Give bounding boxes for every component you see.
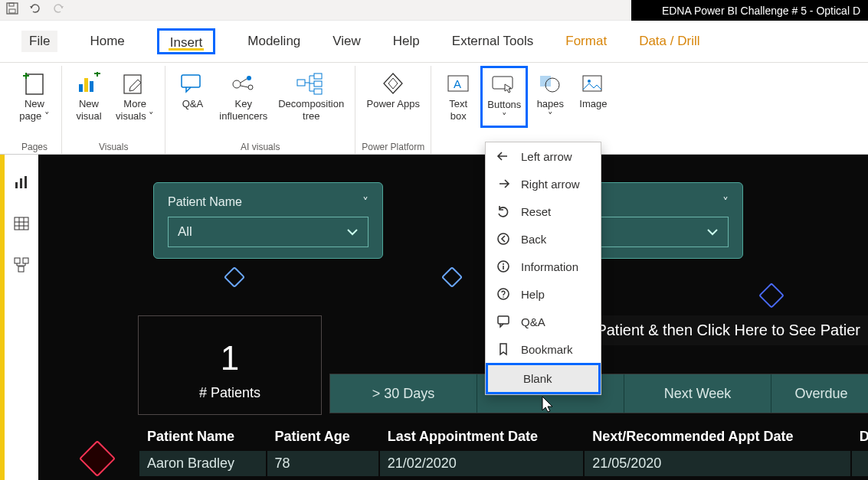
svg-rect-0 [7,3,18,14]
chart-icon [76,69,102,98]
model-view-icon[interactable] [14,257,29,276]
svg-point-11 [248,85,253,90]
svg-rect-14 [314,81,322,87]
svg-point-9 [233,80,241,88]
svg-rect-24 [20,178,22,188]
svg-rect-23 [15,182,18,188]
tab-data-drill[interactable]: Data / Drill [639,34,699,49]
tab-home[interactable]: Home [90,34,124,49]
more-visuals-button[interactable]: More visuals ˅ [111,66,159,123]
tab-view[interactable]: View [332,34,361,49]
dd-information[interactable]: Information [486,253,601,280]
help-icon [496,287,510,301]
svg-rect-27 [15,258,20,263]
svg-rect-28 [23,258,28,263]
dd-back[interactable]: Back [486,225,601,253]
patient-name-slicer[interactable]: Patient Name ˅ All [153,182,383,259]
report-canvas[interactable]: Patient Name ˅ All p ˅ 1 # Patients > 30… [38,155,868,480]
tree-icon [296,69,326,98]
dd-reset[interactable]: Reset [486,198,601,225]
svg-rect-1 [9,9,15,13]
nodes-icon [231,69,257,98]
tab-file[interactable]: File [21,31,57,52]
buttons-button[interactable]: Buttons ˅ [480,66,528,128]
textbox-icon: A [447,69,470,98]
dd-right-arrow[interactable]: Right arrow [486,170,601,198]
svg-point-10 [247,76,251,80]
ribbon-tabs: File Home Insert Modeling View Help Exte… [0,21,868,63]
redo-icon[interactable] [52,2,64,18]
buttons-dropdown: Left arrow Right arrow Reset Back Inform… [485,142,601,395]
table-header-row: Patient Name Patient Age Last Appointmen… [139,424,868,449]
svg-rect-3 [26,74,43,94]
power-apps-button[interactable]: Power Apps [362,66,424,110]
dd-left-arrow[interactable]: Left arrow [486,142,601,170]
svg-point-30 [498,233,509,244]
back-icon [496,232,510,246]
tab-format[interactable]: Format [565,34,607,49]
svg-rect-29 [18,266,24,272]
patients-card[interactable]: 1 # Patients [138,315,322,415]
ribbon: New page ˅ Pages New visual More visuals… [0,63,868,155]
tab-insert[interactable]: Insert [157,28,216,54]
select-patient-banner[interactable]: ect Patient & then Click Here to See Pat… [564,315,868,345]
info-icon [496,260,510,273]
data-view-icon[interactable] [14,216,29,234]
shapes-icon [539,69,562,98]
filter-30days[interactable]: > 30 Days [330,374,477,413]
svg-rect-21 [583,76,601,91]
undo-icon[interactable] [29,2,41,18]
svg-rect-13 [314,73,322,79]
text-box-button[interactable]: A Text box [437,66,479,128]
svg-rect-35 [498,316,509,324]
shapes-button[interactable]: hapes ˅ [529,66,571,128]
patients-table[interactable]: Patient Name Patient Age Last Appointmen… [138,423,868,478]
view-rail [0,155,38,480]
slicer-label: Patient Name ˅ [168,195,368,209]
dd-help[interactable]: Help [486,280,601,308]
power-apps-icon [380,69,406,98]
group-ai-visuals-label: AI visuals [241,139,280,154]
pencil-page-icon [123,69,147,98]
save-icon[interactable] [6,2,18,18]
qa-icon [496,315,510,328]
svg-rect-8 [182,75,200,87]
svg-rect-12 [297,80,305,86]
new-page-button[interactable]: New page ˅ [14,66,55,123]
table-row[interactable]: Aaron Bradley 78 21/02/2020 21/05/2020 [139,451,868,476]
svg-rect-26 [15,217,28,230]
dd-bookmark[interactable]: Bookmark [486,335,601,363]
dd-blank[interactable]: Blank [488,365,598,392]
qa-button[interactable]: Q&A [172,66,213,123]
speech-icon [180,69,205,98]
svg-rect-6 [90,81,93,92]
new-visual-button[interactable]: New visual [68,66,110,123]
chevron-down-icon [706,226,719,238]
patients-count: 1 [139,339,321,377]
decomposition-tree-button[interactable]: Decomposition tree [274,66,349,123]
left-arrow-icon [496,149,510,163]
svg-point-22 [588,80,591,83]
report-view-icon[interactable] [14,175,29,193]
svg-text:A: A [454,77,461,90]
dd-qa[interactable]: Q&A [486,308,601,335]
group-power-platform-label: Power Platform [362,139,424,154]
tab-external-tools[interactable]: External Tools [452,34,533,49]
svg-rect-5 [84,78,88,92]
svg-rect-4 [79,84,83,92]
tab-modeling[interactable]: Modeling [247,34,300,49]
svg-point-32 [503,263,504,265]
group-visuals-label: Visuals [99,139,128,154]
slicer-select[interactable]: All [168,217,368,247]
svg-point-34 [503,296,504,298]
patients-caption: # Patients [139,385,321,401]
group-pages-label: Pages [21,139,47,154]
filter-next-week[interactable]: Next Week [624,374,771,413]
mouse-cursor-icon [541,395,556,413]
reset-icon [496,204,510,218]
key-influencers-button[interactable]: Key influencers [215,66,272,123]
tab-help[interactable]: Help [393,34,420,49]
chevron-down-icon [346,226,359,238]
filter-overdue[interactable]: Overdue [771,374,868,413]
image-button[interactable]: Image [572,66,614,128]
